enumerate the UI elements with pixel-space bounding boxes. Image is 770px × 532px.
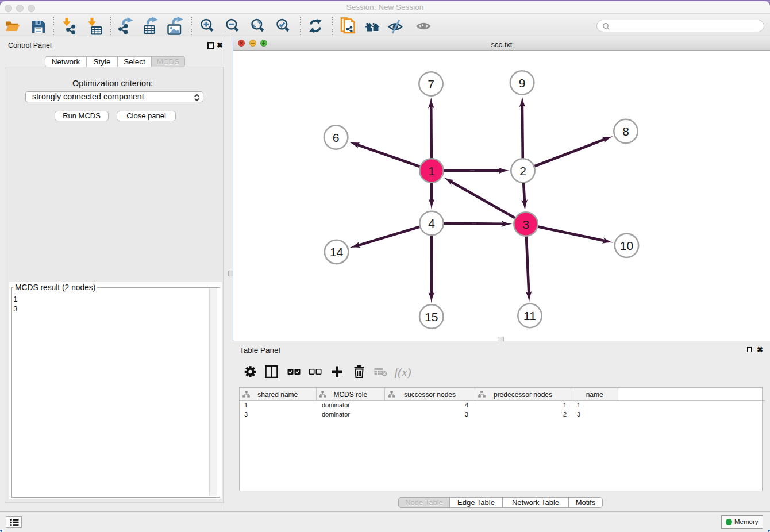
svg-text:6: 6 — [333, 131, 340, 144]
svg-text:15: 15 — [425, 310, 438, 323]
svg-text:11: 11 — [523, 309, 536, 322]
svg-text:4: 4 — [428, 217, 435, 230]
svg-text:3: 3 — [522, 218, 529, 231]
svg-text:8: 8 — [622, 125, 629, 138]
svg-text:f(x): f(x) — [394, 365, 411, 379]
svg-text:2: 2 — [519, 164, 526, 178]
svg-text:1: 1 — [428, 164, 435, 178]
svg-text:7: 7 — [428, 78, 434, 91]
svg-text:9: 9 — [519, 76, 526, 90]
svg-text:10: 10 — [620, 239, 633, 252]
svg-text:14: 14 — [330, 245, 344, 259]
